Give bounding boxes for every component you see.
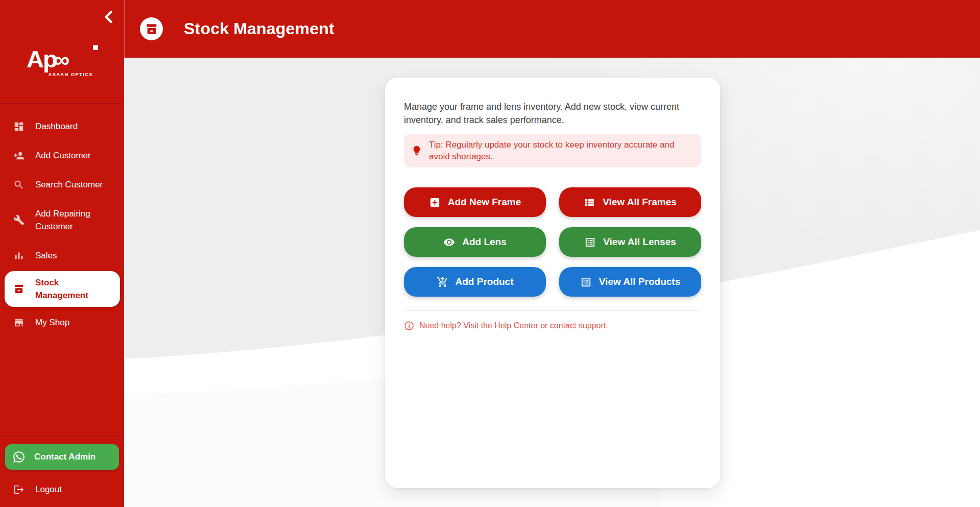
stock-management-card: Manage your frame and lens inventory. Ad… <box>385 78 720 488</box>
add-shopping-cart-icon <box>437 276 448 288</box>
store-icon <box>13 317 25 328</box>
sidebar-item-add-customer[interactable]: Add Customer <box>0 141 124 170</box>
help-divider <box>404 310 701 310</box>
sidebar-item-my-shop[interactable]: My Shop <box>0 308 124 337</box>
logo-square <box>93 45 98 50</box>
view-all-frames-button[interactable]: View All Frames <box>559 187 701 217</box>
list-alt-icon <box>584 236 596 248</box>
stock-box-icon <box>145 22 158 36</box>
sidebar-item-sales[interactable]: Sales <box>0 241 124 270</box>
card-description: Manage your frame and lens inventory. Ad… <box>404 100 701 127</box>
sidebar-item-label: Sales <box>35 249 116 262</box>
button-label: View All Products <box>599 276 680 287</box>
chevron-left-icon <box>101 8 118 26</box>
add-new-frame-button[interactable]: Add New Frame <box>404 187 546 217</box>
add-box-icon <box>429 197 441 208</box>
sidebar-item-stock-management[interactable]: Stock Management <box>5 271 120 307</box>
sidebar-top: Ap∞ ASAAN OPTICS <box>0 0 124 104</box>
button-label: View All Lenses <box>603 236 676 248</box>
help-text: Need help? Visit the Help Center or cont… <box>419 321 608 330</box>
logout-label: Logout <box>35 483 116 496</box>
sidebar-item-label: Add Customer <box>35 149 116 162</box>
sidebar-bottom: Contact Admin Logout <box>0 437 124 507</box>
whatsapp-icon <box>12 450 26 464</box>
add-product-button[interactable]: Add Product <box>404 267 546 297</box>
wrench-icon <box>13 214 25 226</box>
main-content: Manage your frame and lens inventory. Ad… <box>124 58 980 507</box>
bar-chart-icon <box>13 250 25 261</box>
search-icon <box>13 179 25 190</box>
logo-infinity: ∞ <box>54 47 69 72</box>
list-alt-icon <box>580 276 592 288</box>
sidebar-collapse-button[interactable] <box>101 8 118 26</box>
view-list-icon <box>584 197 595 208</box>
lightbulb-icon <box>411 145 422 156</box>
tip-banner: Tip: Regularly update your stock to keep… <box>404 134 701 167</box>
contact-admin-label: Contact Admin <box>34 452 95 462</box>
logo-subtitle: ASAAN OPTICS <box>27 72 93 77</box>
sidebar: Ap∞ ASAAN OPTICS Dashboard Add Customer <box>0 0 124 507</box>
sidebar-item-label: Stock Management <box>35 276 113 302</box>
sidebar-item-search-customer[interactable]: Search Customer <box>0 170 124 199</box>
sidebar-item-label: Search Customer <box>35 178 116 191</box>
view-all-products-button[interactable]: View All Products <box>559 267 701 297</box>
logout-button[interactable]: Logout <box>0 475 124 504</box>
add-lens-button[interactable]: Add Lens <box>404 227 546 257</box>
page-header: Stock Management <box>124 0 980 58</box>
brand-logo: Ap∞ ASAAN OPTICS <box>27 47 93 77</box>
info-icon <box>404 321 414 331</box>
sidebar-divider <box>0 437 124 437</box>
eye-icon <box>443 236 455 248</box>
button-label: Add New Frame <box>448 197 521 208</box>
sidebar-item-label: Dashboard <box>35 120 116 133</box>
dashboard-icon <box>13 121 25 132</box>
button-label: View All Frames <box>603 197 677 208</box>
logo-mark: Ap∞ <box>27 47 93 71</box>
sidebar-item-label: My Shop <box>35 316 116 329</box>
button-label: Add Product <box>456 276 514 287</box>
page-title: Stock Management <box>184 19 334 38</box>
contact-admin-button[interactable]: Contact Admin <box>5 444 119 470</box>
sidebar-item-label: Add Repairing Customer <box>35 207 116 233</box>
person-add-icon <box>13 150 25 161</box>
sidebar-nav: Dashboard Add Customer Search Customer A… <box>0 104 124 337</box>
help-row: Need help? Visit the Help Center or cont… <box>404 321 701 331</box>
sidebar-item-add-repairing-customer[interactable]: Add Repairing Customer <box>0 199 124 241</box>
action-button-grid: Add New Frame View All Frames Add Lens <box>404 187 701 297</box>
button-label: Add Lens <box>462 236 507 248</box>
tip-text: Tip: Regularly update your stock to keep… <box>429 139 692 162</box>
logout-icon <box>13 484 25 495</box>
sidebar-item-dashboard[interactable]: Dashboard <box>0 112 124 141</box>
logo-text: Ap <box>27 45 57 73</box>
header-badge <box>140 17 163 40</box>
stock-box-icon <box>13 283 25 295</box>
view-all-lenses-button[interactable]: View All Lenses <box>559 227 701 257</box>
